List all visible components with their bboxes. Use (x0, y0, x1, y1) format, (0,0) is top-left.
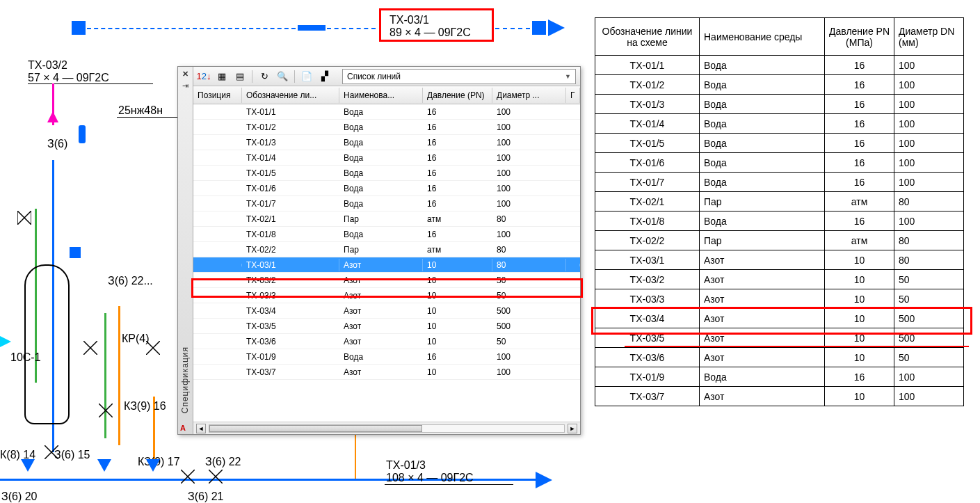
cell-medium: Азот (339, 335, 423, 348)
grid-row[interactable]: ТХ-01/7Вода16100 (193, 196, 580, 211)
cell-extra (566, 264, 580, 266)
col-header-medium[interactable]: Наименова... (339, 88, 423, 103)
letter-marker: A (180, 424, 186, 432)
col-header-extra[interactable]: Г (566, 88, 580, 103)
grid-row[interactable]: ТХ-01/5Вода16100 (193, 166, 580, 181)
doc-cell-pressure: 10 (825, 309, 894, 328)
grid-row[interactable]: ТХ-01/3Вода16100 (193, 135, 580, 150)
lines-combo[interactable]: Список линий ▼ (342, 69, 576, 84)
cell-pressure: атм (423, 243, 492, 256)
doc-cell-pressure: 16 (825, 114, 894, 134)
drain-icon (97, 459, 111, 472)
specification-panel[interactable]: ✕ ⇥ Спецификация A 12↓ ▦ ▤ ↻ 🔍 📄 ▞ Списо… (177, 66, 581, 435)
panel-body: 12↓ ▦ ▤ ↻ 🔍 📄 ▞ Список линий ▼ Позиция О… (193, 67, 580, 434)
grid-row[interactable]: ТХ-01/8Вода16100 (193, 227, 580, 242)
cell-medium: Азот (339, 305, 423, 317)
doc-cell-diameter: 100 (894, 56, 964, 75)
scroll-left-icon[interactable]: ◄ (196, 424, 206, 433)
cell-pressure: 16 (423, 136, 492, 149)
cell-diameter: 100 (492, 228, 566, 241)
doc-cell-medium: Вода (700, 134, 825, 153)
pin-icon[interactable]: ⇥ (182, 81, 188, 90)
grid-row[interactable]: ТХ-03/1Азот1080 (193, 257, 580, 273)
valve-icon (146, 341, 160, 357)
doc-row: ТХ-03/7Азот10100 (595, 387, 964, 406)
col-header-diameter[interactable]: Диаметр ... (492, 88, 566, 103)
grid-row[interactable]: ТХ-03/2Азот1050 (193, 273, 580, 288)
note-icon[interactable]: 📄 (300, 70, 313, 83)
cell-designation: ТХ-03/5 (242, 320, 339, 333)
cell-position (193, 233, 242, 236)
dashed-pipe (327, 28, 376, 29)
doc-row: ТХ-01/4Вода16100 (595, 114, 964, 134)
cell-medium: Вода (339, 228, 423, 241)
grid-row[interactable]: ТХ-01/2Вода16100 (193, 120, 580, 135)
doc-cell-pressure: 16 (825, 95, 894, 114)
flow-arrow-icon (47, 111, 58, 122)
grid-header-row: Позиция Обозначение ли... Наименова... Д… (193, 86, 580, 104)
refresh-icon[interactable]: ↻ (258, 70, 271, 83)
col-header-pressure[interactable]: Давление (PN) (423, 88, 492, 103)
doc-cell-pressure: 10 (825, 328, 894, 348)
grid-row[interactable]: ТХ-03/5Азот10500 (193, 319, 580, 334)
scroll-thumb[interactable] (209, 425, 422, 432)
cell-designation: ТХ-01/6 (242, 182, 339, 195)
dashed-pipe (87, 28, 296, 29)
lines-document-table: Обозначение линии на схеме Наименование … (595, 17, 964, 406)
grid-row[interactable]: ТХ-03/4Азот10500 (193, 303, 580, 319)
cell-position (193, 172, 242, 175)
cell-position (193, 126, 242, 129)
cell-medium: Вода (339, 182, 423, 195)
chart-icon[interactable]: ▞ (319, 70, 331, 83)
doc-cell-pressure: 16 (825, 173, 894, 192)
doc-cell-diameter: 100 (894, 387, 964, 406)
doc-cell-pressure: 10 (825, 250, 894, 270)
vessel-icon (24, 264, 70, 424)
flow-arrow-icon (0, 336, 11, 347)
grid-row[interactable]: ТХ-02/1Паратм80 (193, 211, 580, 227)
cell-pressure: 16 (423, 198, 492, 210)
scroll-track[interactable] (209, 424, 565, 433)
cell-medium: Азот (339, 274, 423, 287)
grid-row[interactable]: ТХ-03/7Азот10100 (193, 365, 580, 380)
strike-line (625, 346, 969, 347)
doc-cell-diameter: 80 (894, 192, 964, 211)
grid-row[interactable]: ТХ-01/1Вода16100 (193, 104, 580, 120)
doc-cell-diameter: 100 (894, 114, 964, 134)
cell-diameter: 80 (492, 213, 566, 225)
grid-row[interactable]: ТХ-01/6Вода16100 (193, 181, 580, 196)
grid-row[interactable]: ТХ-03/3Азот1050 (193, 288, 580, 303)
col-header-designation[interactable]: Обозначение ли... (242, 88, 339, 103)
doc-cell-designation: ТХ-03/5 (595, 328, 700, 348)
cell-pressure: 10 (423, 335, 492, 348)
grid-row[interactable]: ТХ-01/9Вода16100 (193, 349, 580, 365)
doc-cell-pressure: 16 (825, 153, 894, 173)
cell-medium: Вода (339, 121, 423, 134)
doc-cell-diameter: 100 (894, 211, 964, 231)
grid-icon[interactable]: ▤ (234, 70, 246, 83)
doc-cell-designation: ТХ-01/8 (595, 211, 700, 231)
cell-designation: ТХ-02/2 (242, 243, 339, 256)
doc-row: ТХ-01/5Вода16100 (595, 134, 964, 153)
close-icon[interactable]: ✕ (182, 70, 188, 79)
search-icon[interactable]: 🔍 (276, 70, 289, 83)
horizontal-scrollbar[interactable]: ◄ ► (193, 422, 580, 434)
grid-row[interactable]: ТХ-02/2Паратм80 (193, 242, 580, 257)
col-header-position[interactable]: Позиция (193, 88, 242, 103)
doc-cell-medium: Азот (700, 328, 825, 348)
checklist-icon[interactable]: ▦ (216, 70, 228, 83)
cell-designation: ТХ-01/8 (242, 228, 339, 241)
doc-cell-medium: Азот (700, 270, 825, 289)
panel-vertical-tab[interactable]: Спецификация (180, 346, 190, 413)
cell-medium: Вода (339, 152, 423, 164)
scroll-right-icon[interactable]: ► (568, 424, 577, 433)
doc-col-medium: Наименование среды (700, 18, 825, 56)
sort-icon[interactable]: 12↓ (198, 70, 210, 83)
cell-extra (566, 157, 580, 159)
grid-row[interactable]: ТХ-01/4Вода16100 (193, 150, 580, 166)
grid-body[interactable]: ТХ-01/1Вода16100ТХ-01/2Вода16100ТХ-01/3В… (193, 104, 580, 422)
cell-medium: Вода (339, 136, 423, 149)
cell-medium: Азот (339, 289, 423, 302)
cell-medium: Вода (339, 167, 423, 179)
grid-row[interactable]: ТХ-03/6Азот1050 (193, 334, 580, 349)
